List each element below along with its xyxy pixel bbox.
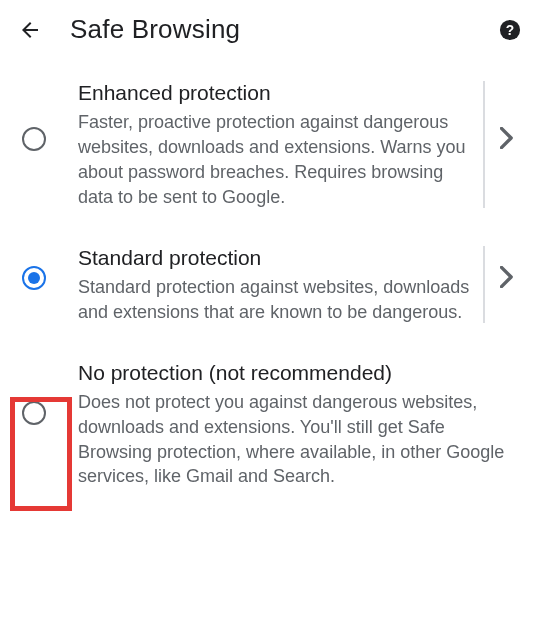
help-icon[interactable]: ? [499, 19, 521, 41]
options-list: Enhanced protection Faster, proactive pr… [0, 59, 539, 509]
option-enhanced-protection[interactable]: Enhanced protection Faster, proactive pr… [0, 65, 539, 230]
back-icon[interactable] [18, 18, 42, 42]
chevron-col [493, 244, 521, 292]
option-standard-protection[interactable]: Standard protection Standard protection … [0, 230, 539, 345]
option-no-protection[interactable]: No protection (not recommended) Does not… [0, 345, 539, 510]
text-col: Enhanced protection Faster, proactive pr… [78, 79, 479, 210]
svg-text:?: ? [506, 22, 514, 37]
radio-col [22, 244, 78, 290]
option-title: Enhanced protection [78, 79, 471, 106]
option-desc: Does not protect you against dangerous w… [78, 390, 513, 489]
radio-col [22, 79, 78, 151]
page-title: Safe Browsing [70, 14, 471, 45]
chevron-right-icon[interactable] [500, 266, 514, 292]
text-col: No protection (not recommended) Does not… [78, 359, 521, 490]
divider [483, 81, 485, 208]
radio-standard[interactable] [22, 266, 46, 290]
option-desc: Standard protection against websites, do… [78, 275, 471, 325]
chevron-right-icon[interactable] [500, 127, 514, 153]
radio-enhanced[interactable] [22, 127, 46, 151]
radio-no-protection[interactable] [22, 401, 46, 425]
header: Safe Browsing ? [0, 0, 539, 59]
option-title: No protection (not recommended) [78, 359, 513, 386]
option-title: Standard protection [78, 244, 471, 271]
option-desc: Faster, proactive protection against dan… [78, 110, 471, 209]
divider [483, 246, 485, 323]
text-col: Standard protection Standard protection … [78, 244, 479, 325]
chevron-col [493, 79, 521, 153]
radio-col [22, 359, 78, 425]
